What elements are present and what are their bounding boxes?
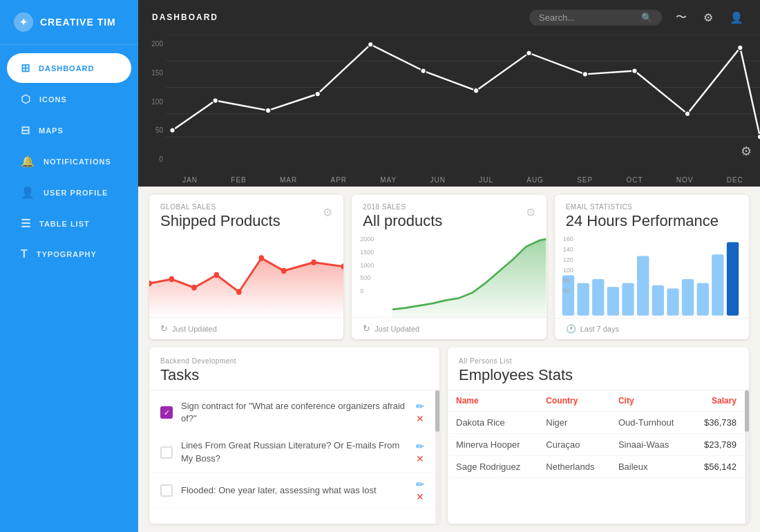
svg-rect-34 bbox=[637, 256, 649, 316]
tasks-title: Tasks bbox=[160, 366, 428, 384]
svg-point-12 bbox=[526, 50, 532, 56]
svg-rect-38 bbox=[696, 283, 708, 316]
task-item-2: Flooded: One year later, assessing what … bbox=[149, 473, 435, 509]
employees-scrollbar[interactable] bbox=[745, 390, 749, 524]
task-edit-btn-0[interactable]: ✏ bbox=[416, 401, 424, 411]
svg-point-11 bbox=[473, 88, 479, 93]
svg-point-8 bbox=[315, 91, 321, 97]
topbar: DASHBOARD 🔍 〜 ⚙ 👤 bbox=[138, 0, 760, 35]
svg-rect-40 bbox=[727, 242, 739, 315]
search-input[interactable] bbox=[539, 12, 636, 23]
task-text-2: Flooded: One year later, assessing what … bbox=[181, 484, 408, 497]
sidebar-item-dashboard[interactable]: ⊞DASHBOARD bbox=[7, 53, 131, 83]
employee-salary-1: $23,789 bbox=[690, 434, 745, 456]
chart-y-labels: 200 150 100 50 0 bbox=[138, 35, 166, 166]
tasks-subtitle: Backend Development bbox=[160, 357, 428, 365]
settings-icon[interactable]: ⚙ bbox=[701, 11, 716, 24]
sidebar-nav: ⊞DASHBOARD⬡ICONS⊟MAPS🔔NOTIFICATIONS👤USER… bbox=[0, 45, 138, 277]
card-header-3: Email Statistics 24 Hours Performance bbox=[555, 195, 749, 233]
svg-point-25 bbox=[281, 268, 287, 274]
col-city: City bbox=[610, 390, 690, 412]
col-name: Name bbox=[448, 390, 538, 412]
employee-city-2: Baileux bbox=[610, 456, 690, 478]
task-checkbox-0[interactable]: ✓ bbox=[160, 406, 173, 419]
activity-icon[interactable]: 〜 bbox=[673, 10, 690, 25]
task-checkbox-2[interactable] bbox=[160, 484, 173, 497]
task-item-0: ✓Sign contract for "What are conference … bbox=[149, 393, 435, 433]
cards-row: Global Sales Shipped Products ⚙ bbox=[138, 187, 760, 348]
tasks-card: Backend Development Tasks ✓Sign contract… bbox=[149, 348, 439, 524]
svg-point-10 bbox=[421, 68, 426, 74]
user-icon[interactable]: 👤 bbox=[727, 11, 746, 24]
employees-table-wrap: Name Country City Salary Dakota RiceNige… bbox=[448, 390, 749, 524]
sidebar-item-typography[interactable]: TTYPOGRAPHY bbox=[7, 240, 131, 269]
sidebar-item-label-1: ICONS bbox=[39, 95, 67, 104]
svg-rect-30 bbox=[577, 283, 589, 316]
task-delete-btn-2[interactable]: ✕ bbox=[416, 492, 424, 502]
svg-point-16 bbox=[738, 45, 743, 50]
svg-rect-31 bbox=[592, 279, 604, 316]
employee-row-1: Minerva HooperCuraçaoSinaai-Waas$23,789 bbox=[448, 434, 745, 456]
sidebar-item-label-0: DASHBOARD bbox=[39, 64, 95, 73]
brand: ✦ CREATIVE TIM bbox=[0, 0, 138, 45]
task-text-1: Lines From Great Russian Literature? Or … bbox=[181, 439, 408, 464]
svg-point-14 bbox=[632, 68, 638, 74]
card-subtitle-2: 2018 Sales bbox=[363, 203, 442, 211]
search-box[interactable]: 🔍 bbox=[529, 10, 662, 26]
card-subtitle-1: Global Sales bbox=[160, 203, 281, 211]
bottom-row: Backend Development Tasks ✓Sign contract… bbox=[138, 348, 760, 532]
svg-point-20 bbox=[169, 276, 175, 283]
nav-icon-5: ☰ bbox=[21, 217, 31, 230]
employees-title: Employees Stats bbox=[459, 366, 738, 384]
employee-country-0: Niger bbox=[538, 412, 610, 434]
sidebar-item-icons[interactable]: ⬡ICONS bbox=[7, 84, 131, 114]
card-1-chart bbox=[149, 233, 343, 317]
employee-name-1: Minerva Hooper bbox=[448, 434, 538, 456]
employees-card: All Persons List Employees Stats Name Co… bbox=[448, 348, 749, 524]
card-title-2: All products bbox=[363, 212, 442, 230]
tasks-scrollbar[interactable] bbox=[435, 390, 439, 524]
svg-point-6 bbox=[213, 98, 218, 104]
card-1-gear-icon[interactable]: ⚙ bbox=[323, 206, 332, 219]
shipped-products-card: Global Sales Shipped Products ⚙ bbox=[149, 195, 343, 339]
all-products-card: 2018 Sales All products ⚙ 20001500100050… bbox=[352, 195, 546, 339]
nav-icon-3: 🔔 bbox=[21, 155, 35, 168]
sidebar-item-label-5: TABLE LIST bbox=[39, 220, 90, 228]
sidebar-item-label-4: USER PROFILE bbox=[44, 189, 108, 197]
employee-country-2: Netherlands bbox=[538, 456, 610, 478]
sidebar-item-notifications[interactable]: 🔔NOTIFICATIONS bbox=[7, 146, 131, 176]
svg-marker-18 bbox=[149, 258, 343, 317]
search-icon[interactable]: 🔍 bbox=[641, 12, 652, 23]
task-checkbox-1[interactable] bbox=[160, 446, 173, 459]
employee-city-0: Oud-Turnhout bbox=[610, 412, 690, 434]
chart-x-labels: JAN FEB MAR APR MAY JUN JUL AUG SEP OCT … bbox=[166, 176, 760, 184]
employee-row-2: Sage RodriguezNetherlandsBaileux$56,142 bbox=[448, 456, 745, 478]
tasks-list: ✓Sign contract for "What are conference … bbox=[149, 390, 435, 524]
brand-icon: ✦ bbox=[14, 12, 33, 32]
svg-point-15 bbox=[685, 111, 690, 117]
task-edit-btn-1[interactable]: ✏ bbox=[416, 441, 424, 451]
task-delete-btn-0[interactable]: ✕ bbox=[416, 414, 424, 424]
card-2-gear-icon[interactable]: ⚙ bbox=[526, 206, 535, 219]
task-edit-btn-2[interactable]: ✏ bbox=[416, 479, 424, 489]
chart-gear-icon[interactable]: ⚙ bbox=[741, 144, 752, 159]
sidebar-item-table_list[interactable]: ☰TABLE LIST bbox=[7, 209, 131, 238]
nav-icon-4: 👤 bbox=[21, 186, 35, 199]
sidebar-item-user_profile[interactable]: 👤USER PROFILE bbox=[7, 178, 131, 207]
task-delete-btn-1[interactable]: ✕ bbox=[416, 454, 424, 464]
employees-scroll: Name Country City Salary Dakota RiceNige… bbox=[448, 390, 745, 524]
card-header-2: 2018 Sales All products ⚙ bbox=[352, 195, 546, 233]
sidebar-item-maps[interactable]: ⊟MAPS bbox=[7, 115, 131, 145]
sidebar: ✦ CREATIVE TIM ⊞DASHBOARD⬡ICONS⊟MAPS🔔NOT… bbox=[0, 0, 138, 532]
nav-icon-0: ⊞ bbox=[21, 61, 30, 75]
employee-country-1: Curaçao bbox=[538, 434, 610, 456]
employees-subtitle: All Persons List bbox=[459, 357, 738, 365]
main-content: DASHBOARD 🔍 〜 ⚙ 👤 200 150 100 50 0 bbox=[138, 0, 760, 532]
card-2-chart: 2000150010005000 bbox=[352, 233, 546, 317]
card-2-footer: ↻ Just Updated bbox=[352, 317, 546, 339]
svg-point-7 bbox=[265, 108, 271, 113]
svg-point-23 bbox=[236, 289, 242, 295]
task-text-0: Sign contract for "What are conference o… bbox=[181, 400, 408, 425]
svg-rect-35 bbox=[652, 285, 663, 316]
employee-salary-2: $56,142 bbox=[690, 456, 745, 478]
